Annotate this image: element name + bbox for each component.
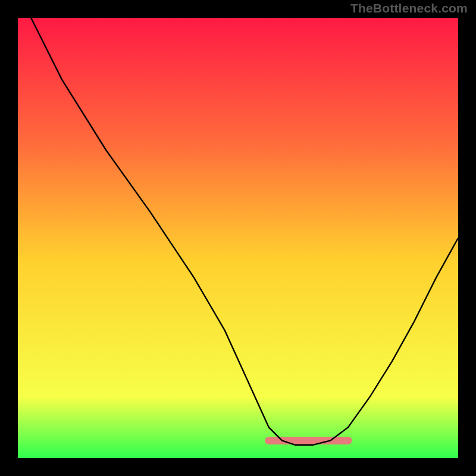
watermark-text: TheBottleneck.com [350, 1, 468, 15]
bottleneck-chart [18, 18, 458, 458]
gradient-background [18, 18, 458, 458]
chart-svg [18, 18, 458, 458]
